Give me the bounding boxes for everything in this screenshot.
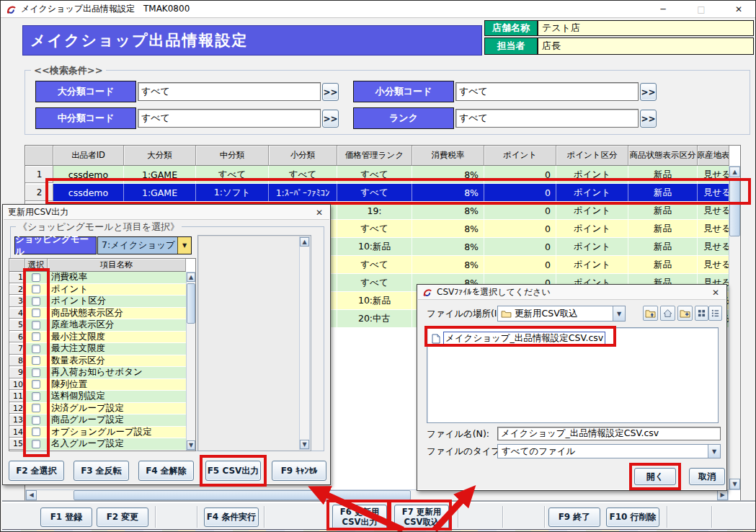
scroll-right-icon[interactable]: ▶ (717, 490, 728, 500)
item-row[interactable]: 14オプショングループ設定 (9, 427, 195, 439)
major-category-expand-button[interactable]: >> (322, 83, 339, 101)
item-checkbox[interactable] (32, 309, 40, 317)
scroll-thumb[interactable] (74, 490, 411, 500)
invert-selection-button[interactable]: F3 全反転 (74, 461, 129, 481)
table-cell[interactable]: 8% (412, 184, 484, 201)
table-cell[interactable]: すべて (337, 256, 412, 273)
item-row[interactable]: 5原産地表示区分 (9, 319, 195, 332)
scroll-down-icon[interactable]: ▼ (300, 440, 309, 449)
scroll-down-icon[interactable]: ▼ (187, 440, 195, 450)
table-cell[interactable]: 見せる (698, 256, 729, 273)
items-vertical-scrollbar[interactable]: ▲ ▼ (186, 272, 196, 451)
item-checkbox[interactable] (32, 345, 40, 353)
file-list-item[interactable]: メイクショップ_出品情報設定CSV.csv (432, 332, 605, 345)
item-checkbox[interactable] (32, 273, 40, 282)
table-cell[interactable]: すべて (337, 184, 412, 201)
rank-input[interactable] (455, 109, 639, 128)
table-cell[interactable]: すべて (337, 166, 412, 183)
table-cell[interactable]: ポイント (556, 166, 628, 183)
filetype-select[interactable]: すべてのファイル ▼ (497, 444, 721, 458)
minor-category-input[interactable] (455, 82, 639, 101)
scroll-thumb[interactable] (729, 179, 740, 236)
table-cell[interactable]: ポイント (556, 184, 628, 201)
up-folder-button[interactable] (643, 306, 658, 321)
item-checkbox[interactable] (32, 368, 40, 377)
item-row[interactable]: 10陳列位置 (9, 379, 195, 391)
dialog-close-icon[interactable]: ✕ (311, 207, 327, 218)
table-cell[interactable]: 新品 (628, 184, 698, 201)
scroll-up-icon[interactable]: ▲ (729, 167, 740, 177)
new-folder-button[interactable] (677, 306, 693, 321)
item-row[interactable]: 6最小注文限度 (9, 332, 195, 344)
item-row[interactable]: 4商品状態表示区分 (9, 308, 195, 320)
rank-expand-button[interactable]: >> (640, 110, 657, 128)
table-cell[interactable]: すべて (196, 166, 269, 183)
table-horizontal-scrollbar[interactable]: ◀ ▶ (25, 489, 729, 501)
list-view-button[interactable] (708, 306, 722, 321)
table-cell[interactable]: 10:新品 (337, 238, 412, 255)
table-cell[interactable]: 0 (484, 238, 556, 255)
table-cell[interactable]: 8% (412, 256, 484, 273)
table-cell[interactable]: 新品 (628, 166, 698, 183)
clear-selection-button[interactable]: F4 全解除 (138, 461, 194, 481)
table-cell[interactable]: 10:新品 (337, 292, 412, 309)
file-location-select[interactable]: 更新用CSV取込 ▼ (497, 306, 626, 322)
item-checkbox[interactable] (32, 380, 40, 389)
middle-category-input[interactable] (138, 109, 321, 128)
table-cell[interactable]: 8% (412, 202, 484, 219)
filename-input[interactable] (497, 427, 721, 440)
table-cell[interactable]: 20:中古 (337, 310, 412, 327)
major-category-input[interactable] (138, 82, 321, 101)
panel-vertical-scrollbar[interactable]: ▲ ▼ (299, 236, 310, 450)
table-cell[interactable]: 見せる (698, 202, 729, 219)
table-cell[interactable]: 0 (484, 220, 556, 237)
f10-delete-row-button[interactable]: F10 行削除 (606, 507, 659, 527)
table-cell[interactable]: 1:ｽｰﾊﾟｰﾌｧﾐｺﾝ (269, 184, 337, 201)
table-cell[interactable]: 見せる (698, 184, 729, 201)
table-cell[interactable]: 1:GAME (124, 184, 196, 201)
table-cell[interactable]: ポイント (556, 256, 628, 273)
middle-category-expand-button[interactable]: >> (322, 110, 339, 128)
home-button[interactable] (660, 306, 675, 321)
item-row[interactable]: 12決済グループ設定 (9, 403, 195, 415)
table-cell[interactable]: 見せる (698, 220, 729, 237)
dropdown-arrow-icon[interactable]: ▼ (613, 306, 625, 321)
f1-register-button[interactable]: F1 登録 (40, 507, 92, 527)
table-cell[interactable]: cssdemo (53, 184, 124, 201)
table-cell[interactable]: 1:ソフト (196, 184, 269, 201)
item-row[interactable]: 13商品グループ設定 (9, 414, 195, 427)
table-cell[interactable]: 8% (412, 220, 484, 237)
scroll-left-icon[interactable]: ◀ (26, 490, 37, 500)
table-cell[interactable]: 0 (484, 256, 556, 273)
file-name[interactable]: メイクショップ_出品情報設定CSV.csv (443, 332, 605, 345)
table-cell[interactable]: ポイント (556, 202, 628, 219)
table-cell[interactable]: 8% (412, 238, 484, 255)
shopping-mall-select[interactable]: 7:メイクショップ ▼ (97, 236, 192, 254)
item-checkbox[interactable] (32, 356, 40, 365)
item-row[interactable]: 3ポイント区分 (9, 296, 195, 308)
table-cell[interactable]: 0 (484, 166, 556, 183)
table-cell[interactable]: 8% (412, 166, 484, 183)
item-checkbox[interactable] (32, 404, 40, 412)
table-cell[interactable]: 新品 (628, 256, 698, 273)
item-checkbox[interactable] (32, 440, 40, 448)
cancel-button[interactable]: 取消 (689, 468, 725, 485)
select-all-button[interactable]: F2 全選択 (9, 461, 64, 481)
minor-category-expand-button[interactable]: >> (640, 83, 657, 101)
item-checkbox[interactable] (32, 427, 40, 436)
table-cell[interactable]: 19: (337, 202, 412, 219)
item-row[interactable]: 15名入グループ設定 (9, 438, 195, 451)
open-button[interactable]: 開く (634, 468, 676, 485)
scroll-up-icon[interactable]: ▲ (187, 272, 195, 282)
dropdown-arrow-icon[interactable]: ▼ (708, 445, 720, 458)
f4-execute-button[interactable]: F4 条件実行 (204, 507, 259, 527)
table-row[interactable]: 2cssdemo1:GAME1:ソフト1:ｽｰﾊﾟｰﾌｧﾐｺﾝすべて8%0ポイン… (25, 184, 740, 202)
item-checkbox[interactable] (32, 332, 40, 341)
grid-view-button[interactable] (695, 306, 708, 321)
cancel-button[interactable]: F9 ｷｬﾝｾﾙ (272, 461, 326, 481)
table-cell[interactable]: ポイント (556, 238, 628, 255)
dialog-close-icon[interactable]: ✕ (708, 287, 724, 298)
close-button[interactable]: ✕ (723, 1, 755, 17)
table-cell[interactable]: 見せる (698, 238, 729, 255)
item-row[interactable]: 11送料個別設定 (9, 391, 195, 403)
